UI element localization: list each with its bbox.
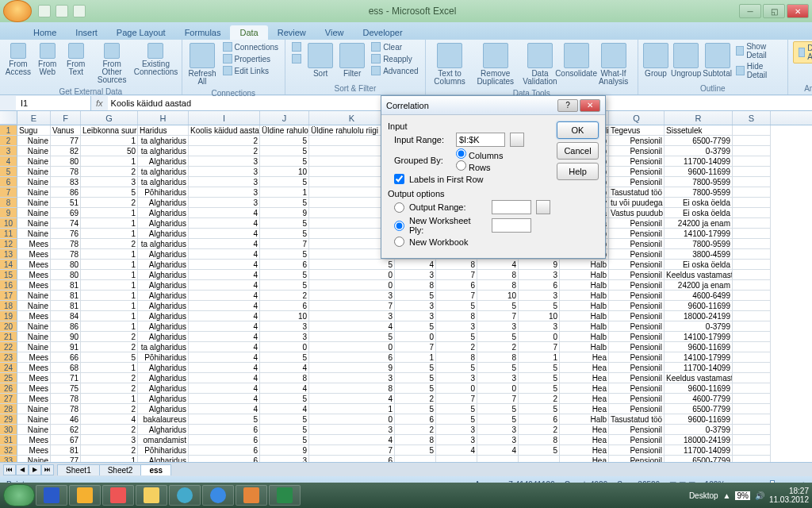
start-button[interactable]: [3, 484, 35, 506]
tab-nav-first[interactable]: ⏮: [3, 464, 16, 475]
taskbar-word[interactable]: [36, 485, 67, 506]
taskbar-explorer[interactable]: [136, 485, 167, 506]
range-picker-icon[interactable]: [536, 200, 550, 214]
subtotal-button[interactable]: Subtotal: [703, 41, 731, 79]
taskbar-excel[interactable]: [269, 485, 301, 506]
advanced-button[interactable]: Advanced: [370, 65, 419, 76]
name-box[interactable]: I1: [16, 96, 91, 110]
new-worksheet-radio[interactable]: [394, 221, 404, 231]
tab-nav-next[interactable]: ▶: [29, 464, 41, 475]
tab-developer[interactable]: Developer: [353, 25, 412, 40]
ribbon-group-outline: Group Ungroup Subtotal Show Detail Hide …: [638, 40, 788, 94]
qat-redo-icon[interactable]: [73, 5, 86, 17]
labels-checkbox[interactable]: [394, 174, 404, 184]
sheet-tab-ess[interactable]: ess: [140, 464, 171, 475]
clock[interactable]: 18:27 11.03.2012: [769, 487, 809, 504]
office-button[interactable]: [3, 0, 32, 22]
refresh-all-button[interactable]: Refresh All: [187, 41, 218, 87]
qat-undo-icon[interactable]: [56, 5, 68, 17]
battery-icon: 9%: [735, 491, 749, 500]
whatif-button[interactable]: What-If Analysis: [594, 41, 633, 87]
dialog-close-button[interactable]: ✕: [580, 99, 600, 112]
output-range-field[interactable]: [492, 200, 531, 214]
sort-button[interactable]: Sort: [306, 41, 335, 79]
data-analysis-button[interactable]: Data Analysis: [793, 41, 812, 64]
column-header[interactable]: G: [81, 111, 138, 125]
desktop-label: Desktop: [689, 491, 718, 500]
ungroup-button[interactable]: Ungroup: [672, 41, 700, 79]
ribbon-group-external-data: From Access From Web From Text From Othe…: [0, 40, 182, 94]
taskbar-outlook[interactable]: [69, 485, 101, 506]
connections-button[interactable]: Connections: [221, 41, 281, 52]
taskbar-app2[interactable]: [236, 485, 267, 506]
sheet-tab-sheet1[interactable]: Sheet1: [57, 464, 100, 475]
remove-duplicates-button[interactable]: Remove Duplicates: [473, 41, 519, 87]
tab-home[interactable]: Home: [24, 25, 66, 40]
help-button[interactable]: Help: [557, 163, 599, 180]
tab-formulas[interactable]: Formulas: [175, 25, 231, 40]
group-button[interactable]: Group: [643, 41, 668, 79]
dialog-titlebar[interactable]: Correlation ? ✕: [381, 96, 605, 115]
filter-button[interactable]: Filter: [338, 41, 366, 79]
tab-nav-last[interactable]: ⏭: [41, 464, 54, 475]
new-workbook-radio[interactable]: [394, 237, 404, 247]
column-header[interactable]: S: [733, 111, 771, 125]
sheet-tab-bar: ⏮ ◀ ▶ ⏭ Sheet1 Sheet2 ess: [0, 462, 812, 476]
quick-access-toolbar: [38, 5, 86, 17]
dialog-title: Correlation: [386, 101, 557, 110]
taskbar-ie[interactable]: [202, 485, 234, 506]
new-worksheet-field[interactable]: [492, 218, 531, 233]
input-range-field[interactable]: [456, 133, 505, 147]
dialog-help-button[interactable]: ?: [557, 99, 578, 112]
qat-save-icon[interactable]: [38, 5, 51, 17]
input-range-label: Input Range:: [394, 135, 451, 144]
properties-button[interactable]: Properties: [221, 53, 281, 64]
tab-insert[interactable]: Insert: [66, 25, 107, 40]
column-header[interactable]: Q: [609, 111, 665, 125]
column-header[interactable]: J: [260, 111, 309, 125]
column-header[interactable]: I: [189, 111, 260, 125]
text-to-columns-button[interactable]: Text to Columns: [431, 41, 469, 87]
edit-links-button[interactable]: Edit Links: [221, 65, 281, 76]
ribbon-tabs: Home Insert Page Layout Formulas Data Re…: [0, 22, 812, 40]
sheet-tab-sheet2[interactable]: Sheet2: [99, 464, 142, 475]
show-detail-button[interactable]: Show Detail: [734, 41, 783, 60]
fx-icon[interactable]: fx: [91, 98, 108, 108]
columns-radio[interactable]: [456, 148, 466, 159]
cancel-button[interactable]: Cancel: [557, 142, 599, 160]
from-web-button[interactable]: From Web: [35, 41, 60, 78]
minimize-button[interactable]: ─: [739, 4, 761, 18]
rows-radio[interactable]: [456, 160, 466, 171]
sort-az-button[interactable]: [290, 41, 303, 52]
sort-za-button[interactable]: [290, 53, 303, 64]
from-text-button[interactable]: From Text: [63, 41, 89, 78]
tab-review[interactable]: Review: [268, 25, 316, 40]
ok-button[interactable]: OK: [557, 121, 599, 139]
column-header[interactable]: R: [665, 111, 733, 125]
consolidate-button[interactable]: Consolidate: [561, 41, 591, 79]
clear-button[interactable]: Clear: [370, 41, 419, 52]
reapply-button[interactable]: Reapply: [370, 53, 419, 64]
hide-detail-button[interactable]: Hide Detail: [734, 61, 783, 80]
network-icon[interactable]: 🔊: [755, 491, 764, 500]
ribbon-group-analysis: Data Analysis Analysis: [788, 40, 812, 94]
restore-button[interactable]: ◱: [763, 4, 785, 18]
column-header[interactable]: F: [51, 111, 81, 125]
from-access-button[interactable]: From Access: [5, 41, 32, 78]
data-validation-button[interactable]: Data Validation: [522, 41, 558, 87]
tab-page-layout[interactable]: Page Layout: [107, 25, 175, 40]
range-picker-icon[interactable]: [510, 133, 524, 147]
system-tray[interactable]: Desktop ▲ 9% 🔊 18:27 11.03.2012: [689, 487, 809, 504]
tab-nav-prev[interactable]: ◀: [16, 464, 29, 475]
tab-view[interactable]: View: [316, 25, 354, 40]
select-all-corner[interactable]: [0, 111, 17, 125]
column-header[interactable]: E: [17, 111, 51, 125]
taskbar-app[interactable]: [102, 485, 134, 506]
existing-conn-button[interactable]: Existing Connections: [135, 41, 176, 78]
close-button[interactable]: ✕: [787, 4, 809, 18]
tab-data[interactable]: Data: [230, 25, 267, 40]
from-other-button[interactable]: From Other Sources: [92, 41, 132, 86]
output-range-radio[interactable]: [394, 202, 404, 213]
taskbar-chrome[interactable]: [169, 485, 201, 506]
column-header[interactable]: H: [138, 111, 189, 125]
